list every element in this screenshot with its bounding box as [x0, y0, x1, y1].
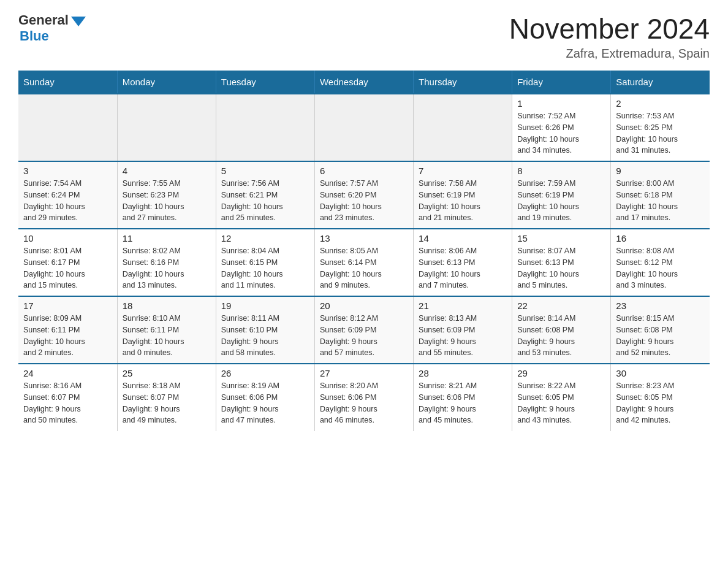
- day-number: 29: [517, 368, 605, 378]
- day-info: Sunrise: 7:52 AM Sunset: 6:26 PM Dayligh…: [517, 110, 605, 156]
- day-info: Sunrise: 8:12 AM Sunset: 6:09 PM Dayligh…: [320, 313, 408, 359]
- calendar-week-row: 3Sunrise: 7:54 AM Sunset: 6:24 PM Daylig…: [18, 161, 710, 229]
- day-number: 25: [123, 368, 211, 378]
- calendar-day-cell: [414, 94, 512, 161]
- day-info: Sunrise: 7:56 AM Sunset: 6:21 PM Dayligh…: [221, 178, 309, 224]
- calendar-day-cell: 2Sunrise: 7:53 AM Sunset: 6:25 PM Daylig…: [611, 94, 710, 161]
- day-number: 3: [23, 166, 112, 176]
- day-info: Sunrise: 8:09 AM Sunset: 6:11 PM Dayligh…: [23, 313, 112, 359]
- calendar-day-cell: 16Sunrise: 8:08 AM Sunset: 6:12 PM Dayli…: [611, 229, 710, 296]
- calendar-day-cell: [117, 94, 216, 161]
- calendar-week-row: 10Sunrise: 8:01 AM Sunset: 6:17 PM Dayli…: [18, 229, 710, 296]
- logo: General Blue: [18, 12, 86, 44]
- calendar-day-cell: [314, 94, 413, 161]
- calendar-day-cell: 15Sunrise: 8:07 AM Sunset: 6:13 PM Dayli…: [512, 229, 611, 296]
- day-number: 27: [320, 368, 408, 378]
- day-of-week-header: Wednesday: [314, 71, 413, 94]
- calendar-day-cell: 3Sunrise: 7:54 AM Sunset: 6:24 PM Daylig…: [18, 161, 117, 229]
- calendar-day-cell: 30Sunrise: 8:23 AM Sunset: 6:05 PM Dayli…: [611, 364, 710, 431]
- calendar-day-cell: 5Sunrise: 7:56 AM Sunset: 6:21 PM Daylig…: [216, 161, 314, 229]
- calendar-day-cell: 26Sunrise: 8:19 AM Sunset: 6:06 PM Dayli…: [216, 364, 314, 431]
- day-info: Sunrise: 8:04 AM Sunset: 6:15 PM Dayligh…: [221, 245, 309, 291]
- calendar-day-cell: 22Sunrise: 8:14 AM Sunset: 6:08 PM Dayli…: [512, 296, 611, 364]
- day-number: 23: [616, 301, 705, 311]
- day-number: 12: [221, 233, 309, 243]
- calendar-week-row: 1Sunrise: 7:52 AM Sunset: 6:26 PM Daylig…: [18, 94, 710, 161]
- day-number: 17: [23, 301, 112, 311]
- day-number: 1: [517, 98, 605, 109]
- day-info: Sunrise: 8:02 AM Sunset: 6:16 PM Dayligh…: [123, 245, 211, 291]
- day-number: 22: [517, 301, 605, 311]
- day-info: Sunrise: 8:21 AM Sunset: 6:06 PM Dayligh…: [419, 380, 507, 426]
- day-info: Sunrise: 7:58 AM Sunset: 6:19 PM Dayligh…: [419, 178, 507, 224]
- calendar-day-cell: 6Sunrise: 7:57 AM Sunset: 6:20 PM Daylig…: [314, 161, 413, 229]
- calendar-week-row: 24Sunrise: 8:16 AM Sunset: 6:07 PM Dayli…: [18, 364, 710, 431]
- calendar-day-cell: 25Sunrise: 8:18 AM Sunset: 6:07 PM Dayli…: [117, 364, 216, 431]
- day-number: 24: [23, 368, 112, 378]
- calendar-day-cell: 13Sunrise: 8:05 AM Sunset: 6:14 PM Dayli…: [314, 229, 413, 296]
- day-number: 11: [123, 233, 211, 243]
- day-info: Sunrise: 8:07 AM Sunset: 6:13 PM Dayligh…: [517, 245, 605, 291]
- calendar-day-cell: 28Sunrise: 8:21 AM Sunset: 6:06 PM Dayli…: [414, 364, 512, 431]
- day-info: Sunrise: 7:54 AM Sunset: 6:24 PM Dayligh…: [23, 178, 112, 224]
- calendar-day-cell: [18, 94, 117, 161]
- day-number: 10: [23, 233, 112, 243]
- day-info: Sunrise: 8:06 AM Sunset: 6:13 PM Dayligh…: [419, 245, 507, 291]
- calendar-table: SundayMondayTuesdayWednesdayThursdayFrid…: [18, 71, 710, 431]
- day-number: 21: [419, 301, 507, 311]
- day-info: Sunrise: 8:20 AM Sunset: 6:06 PM Dayligh…: [320, 380, 408, 426]
- logo-arrow-icon: [71, 17, 86, 26]
- day-number: 15: [517, 233, 605, 243]
- day-number: 5: [221, 166, 309, 176]
- logo-general-text: General: [18, 12, 69, 28]
- day-number: 30: [616, 368, 705, 378]
- calendar-day-cell: 29Sunrise: 8:22 AM Sunset: 6:05 PM Dayli…: [512, 364, 611, 431]
- day-number: 18: [123, 301, 211, 311]
- day-info: Sunrise: 7:55 AM Sunset: 6:23 PM Dayligh…: [123, 178, 211, 224]
- day-of-week-header: Tuesday: [216, 71, 314, 94]
- day-info: Sunrise: 8:18 AM Sunset: 6:07 PM Dayligh…: [123, 380, 211, 426]
- day-number: 28: [419, 368, 507, 378]
- calendar-day-cell: 18Sunrise: 8:10 AM Sunset: 6:11 PM Dayli…: [117, 296, 216, 364]
- day-info: Sunrise: 8:19 AM Sunset: 6:06 PM Dayligh…: [221, 380, 309, 426]
- calendar-day-cell: 21Sunrise: 8:13 AM Sunset: 6:09 PM Dayli…: [414, 296, 512, 364]
- calendar-day-cell: 24Sunrise: 8:16 AM Sunset: 6:07 PM Dayli…: [18, 364, 117, 431]
- calendar-week-row: 17Sunrise: 8:09 AM Sunset: 6:11 PM Dayli…: [18, 296, 710, 364]
- day-number: 8: [517, 166, 605, 176]
- calendar-day-cell: 14Sunrise: 8:06 AM Sunset: 6:13 PM Dayli…: [414, 229, 512, 296]
- day-number: 4: [123, 166, 211, 176]
- day-info: Sunrise: 8:16 AM Sunset: 6:07 PM Dayligh…: [23, 380, 112, 426]
- day-number: 6: [320, 166, 408, 176]
- day-number: 2: [616, 98, 705, 109]
- day-info: Sunrise: 8:05 AM Sunset: 6:14 PM Dayligh…: [320, 245, 408, 291]
- calendar-day-cell: 1Sunrise: 7:52 AM Sunset: 6:26 PM Daylig…: [512, 94, 611, 161]
- calendar-day-cell: 10Sunrise: 8:01 AM Sunset: 6:17 PM Dayli…: [18, 229, 117, 296]
- day-info: Sunrise: 8:01 AM Sunset: 6:17 PM Dayligh…: [23, 245, 112, 291]
- calendar-day-cell: 8Sunrise: 7:59 AM Sunset: 6:19 PM Daylig…: [512, 161, 611, 229]
- day-number: 13: [320, 233, 408, 243]
- day-of-week-header: Thursday: [414, 71, 512, 94]
- calendar-day-cell: 17Sunrise: 8:09 AM Sunset: 6:11 PM Dayli…: [18, 296, 117, 364]
- day-info: Sunrise: 8:08 AM Sunset: 6:12 PM Dayligh…: [616, 245, 705, 291]
- day-number: 19: [221, 301, 309, 311]
- day-info: Sunrise: 8:13 AM Sunset: 6:09 PM Dayligh…: [419, 313, 507, 359]
- calendar-day-cell: 19Sunrise: 8:11 AM Sunset: 6:10 PM Dayli…: [216, 296, 314, 364]
- day-info: Sunrise: 8:10 AM Sunset: 6:11 PM Dayligh…: [123, 313, 211, 359]
- day-of-week-header: Saturday: [611, 71, 710, 94]
- day-info: Sunrise: 8:15 AM Sunset: 6:08 PM Dayligh…: [616, 313, 705, 359]
- logo-blue-text: Blue: [20, 28, 49, 44]
- calendar-day-cell: 4Sunrise: 7:55 AM Sunset: 6:23 PM Daylig…: [117, 161, 216, 229]
- day-info: Sunrise: 7:59 AM Sunset: 6:19 PM Dayligh…: [517, 178, 605, 224]
- day-number: 7: [419, 166, 507, 176]
- day-info: Sunrise: 8:11 AM Sunset: 6:10 PM Dayligh…: [221, 313, 309, 359]
- day-number: 16: [616, 233, 705, 243]
- page-header: General Blue November 2024 Zafra, Extrem…: [18, 12, 710, 61]
- day-number: 9: [616, 166, 705, 176]
- calendar-day-cell: 9Sunrise: 8:00 AM Sunset: 6:18 PM Daylig…: [611, 161, 710, 229]
- calendar-day-cell: 23Sunrise: 8:15 AM Sunset: 6:08 PM Dayli…: [611, 296, 710, 364]
- calendar-day-cell: 11Sunrise: 8:02 AM Sunset: 6:16 PM Dayli…: [117, 229, 216, 296]
- day-info: Sunrise: 8:14 AM Sunset: 6:08 PM Dayligh…: [517, 313, 605, 359]
- day-number: 20: [320, 301, 408, 311]
- calendar-day-cell: 12Sunrise: 8:04 AM Sunset: 6:15 PM Dayli…: [216, 229, 314, 296]
- calendar-header-row: SundayMondayTuesdayWednesdayThursdayFrid…: [18, 71, 710, 94]
